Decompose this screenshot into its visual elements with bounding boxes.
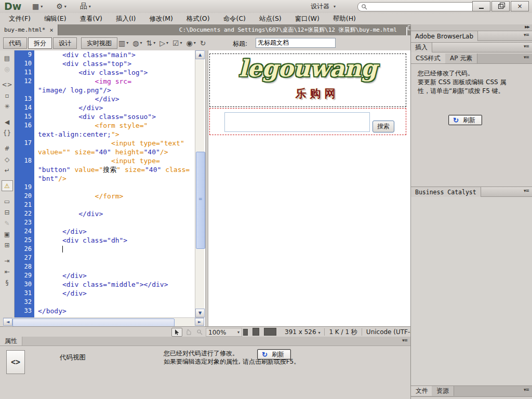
device-size-icons: [243, 328, 276, 336]
visual-aids-icon[interactable]: ◉▾: [187, 38, 196, 48]
file-management-icon[interactable]: ⇅▾: [146, 38, 155, 48]
document-tab[interactable]: buy-me.html* ×: [0, 24, 58, 35]
w3c-validation-icon[interactable]: ▷▾: [159, 38, 168, 48]
zoom-level-select[interactable]: 100% ▾: [206, 328, 242, 337]
code-vertical-scrollbar[interactable]: ▲ ▼: [195, 50, 204, 317]
tab-browserlab[interactable]: Adobe BrowserLab: [411, 31, 478, 41]
remove-comment-icon[interactable]: ⊟: [2, 207, 13, 218]
document-title-input[interactable]: [256, 38, 336, 48]
workspace-switcher[interactable]: 设计器 ▾: [311, 2, 336, 11]
refresh-design-view-icon[interactable]: ↻: [200, 38, 206, 48]
search-input[interactable]: [357, 2, 476, 11]
menu-item[interactable]: 站点(S): [252, 15, 288, 23]
tab-files[interactable]: 文件: [411, 386, 433, 396]
design-view[interactable]: legouwang 乐购网 搜索: [208, 50, 410, 326]
design-div-sosuo[interactable]: 搜索: [209, 108, 406, 135]
view-mode-btn[interactable]: 拆分: [28, 37, 52, 49]
design-search-input[interactable]: [224, 112, 370, 132]
panel-menu-icon[interactable]: ▾≡: [524, 55, 529, 60]
scroll-up-icon[interactable]: ▲: [195, 50, 205, 59]
menu-item[interactable]: 编辑(E): [37, 15, 73, 23]
scroll-down-icon[interactable]: ▼: [195, 309, 205, 317]
browserlab-panel-header[interactable]: Adobe BrowserLab ▾≡: [411, 31, 532, 41]
menu-item[interactable]: 格式(O): [180, 15, 217, 23]
code-body[interactable]: 9 <div class="main">10 <div class="top">…: [15, 50, 195, 317]
menu-item[interactable]: 帮助(H): [326, 15, 363, 23]
scrollbar-thumb[interactable]: [12, 318, 175, 327]
site-logo: legouwang: [210, 55, 406, 82]
close-button[interactable]: ×: [511, 1, 529, 11]
css-panel-tabs: CSS样式 AP 元素 ▾≡: [411, 54, 532, 64]
select-tool-icon[interactable]: [171, 328, 182, 337]
extend-dreamweaver-icon[interactable]: ⚙▾: [56, 2, 66, 11]
design-div-top[interactable]: legouwang 乐购网: [209, 54, 406, 107]
tab-business-catalyst[interactable]: Business Catalyst: [411, 187, 481, 197]
multiscreen-preview-icon[interactable]: ▥▾: [118, 38, 128, 48]
menu-item[interactable]: 窗口(W): [288, 15, 326, 23]
expand-all-icon[interactable]: ✳: [2, 101, 13, 112]
refresh-button[interactable]: ↻ 刷新: [448, 115, 482, 125]
syntax-error-alerts-icon[interactable]: ⚠: [2, 180, 13, 191]
view-mode-btn[interactable]: 设计: [53, 37, 77, 49]
mobile-size-icon[interactable]: [243, 329, 248, 336]
menu-item[interactable]: 文件(F): [2, 15, 37, 23]
open-documents-icon[interactable]: ▤: [2, 52, 13, 63]
window-size-select[interactable]: 391 x 526 ▾: [285, 328, 320, 336]
tab-assets[interactable]: 资源: [432, 386, 454, 396]
apply-comment-icon[interactable]: ▭: [2, 196, 13, 207]
check-browser-compatibility-icon[interactable]: ☑▾: [172, 38, 182, 48]
tab-insert[interactable]: 插入: [411, 43, 432, 52]
tablet-size-icon[interactable]: [252, 328, 259, 336]
indent-code-icon[interactable]: ⇥: [2, 255, 13, 266]
tab-css-styles[interactable]: CSS样式: [411, 54, 446, 63]
highlight-invalid-code-icon[interactable]: ◇: [2, 154, 13, 165]
document-tabbar: buy-me.html* × C:\Documents and Settings…: [0, 24, 410, 35]
layout-switcher-icon[interactable]: ▦▾: [32, 2, 43, 11]
panel-menu-icon[interactable]: ▾≡: [524, 32, 529, 37]
business-catalyst-panel-header[interactable]: Business Catalyst ▾≡: [411, 187, 532, 197]
collapse-selection-icon[interactable]: ▫: [2, 90, 13, 101]
view-mode-live[interactable]: 实时视图: [81, 37, 117, 49]
view-mode-btn[interactable]: 代码: [3, 37, 27, 49]
menu-item[interactable]: 插入(I): [109, 15, 142, 23]
panel-menu-icon[interactable]: ▾≡: [524, 387, 529, 392]
scroll-left-icon[interactable]: ◄: [3, 318, 12, 326]
minimize-button[interactable]: [472, 1, 490, 11]
zoom-tool-icon[interactable]: [194, 328, 204, 336]
close-icon[interactable]: ×: [49, 26, 53, 34]
code-row: text-align:center;">: [15, 130, 195, 139]
tab-properties[interactable]: 属性: [0, 337, 22, 345]
tab-ap-elements[interactable]: AP 元素: [445, 54, 477, 63]
code-row: "button" value="搜索" size="40" class=: [15, 165, 195, 174]
collapse-full-tag-icon[interactable]: <>: [2, 79, 13, 90]
move-css-rule-icon[interactable]: ⊞: [2, 240, 13, 250]
recent-snippets-icon[interactable]: ▣: [2, 229, 13, 240]
menu-item[interactable]: 修改(M): [142, 15, 180, 23]
word-wrap-icon[interactable]: ↵: [2, 165, 13, 176]
line-numbers-icon[interactable]: #: [2, 143, 13, 154]
menu-item[interactable]: 查看(V): [73, 15, 109, 23]
panel-menu-icon[interactable]: ▾≡: [524, 188, 529, 193]
insert-panel-header[interactable]: 插入 ▾≡: [411, 42, 532, 52]
restore-document-icon[interactable]: [406, 28, 407, 35]
code-navigator-icon[interactable]: ◎: [2, 63, 13, 74]
restore-button[interactable]: [491, 1, 510, 11]
collapse-to-icons-icon[interactable]: ▶▶: [525, 25, 529, 29]
outdent-code-icon[interactable]: ⇤: [2, 266, 13, 277]
desktop-size-icon[interactable]: [264, 328, 276, 336]
select-parent-tag-icon[interactable]: ◀: [2, 116, 13, 127]
site-icon[interactable]: 品▾: [80, 2, 91, 11]
format-source-code-icon[interactable]: §: [2, 277, 13, 288]
code-horizontal-scrollbar[interactable]: ◄ ►: [3, 317, 204, 326]
preview-in-browser-icon[interactable]: ◍▾: [132, 38, 142, 48]
panel-menu-icon[interactable]: ▾≡: [402, 338, 407, 343]
scroll-right-icon[interactable]: ►: [195, 318, 204, 326]
scrollbar-thumb[interactable]: [196, 152, 205, 249]
balance-braces-icon[interactable]: {}: [2, 127, 13, 138]
hand-tool-icon[interactable]: [183, 328, 193, 336]
design-search-button[interactable]: 搜索: [373, 121, 394, 132]
menu-item[interactable]: 命令(C): [217, 15, 252, 23]
edit-snippet-icon[interactable]: ✎: [2, 218, 13, 229]
refresh-button[interactable]: ↻ 刷新: [257, 349, 291, 360]
panel-menu-icon[interactable]: ▾≡: [524, 44, 529, 49]
